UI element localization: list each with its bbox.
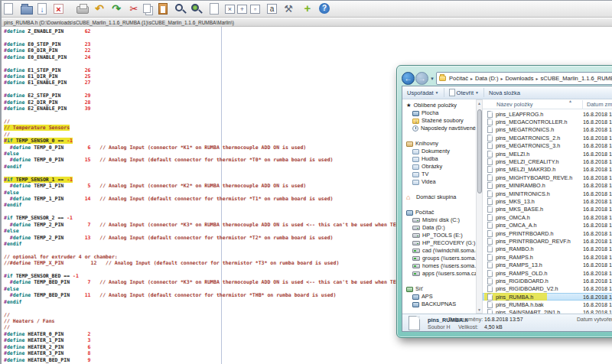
file-row[interactable]: pins_MINITRONICS.h16.8.2018 13:57	[483, 190, 612, 197]
breadcrumb-separator-icon[interactable]: ▸	[535, 76, 540, 81]
sidebar-scrollbar[interactable]: ▲ ▼	[476, 99, 483, 314]
explorer-window[interactable]: ← → ▼ Počítač▸Data (D:)▸Downloads▸sCUBE_…	[396, 65, 612, 338]
file-row[interactable]: pins_RAMPS_13.h16.8.2018 13:57	[483, 261, 612, 268]
open-file-icon[interactable]	[21, 6, 33, 15]
sidebar-item[interactable]: Síť	[402, 285, 476, 293]
print-icon[interactable]	[76, 6, 89, 14]
code-line: #define E1_DIR_PIN 25	[4, 73, 444, 80]
sidebar-item[interactable]: Knihovny	[402, 140, 476, 148]
sidebar-item[interactable]: APS	[402, 293, 476, 301]
breadcrumb[interactable]: Počítač▸Data (D:)▸Downloads▸sCUBE_Marlin…	[436, 72, 612, 85]
code-line: #define TEMP_2_PIN 13 // Analog Input (d…	[4, 235, 444, 241]
file-row[interactable]: pins_MKS_13.h16.8.2018 13:57	[483, 197, 612, 205]
font-settings-icon[interactable]: a	[267, 4, 277, 14]
sidebar-item[interactable]: Dokumenty	[402, 148, 476, 155]
sidebar-item[interactable]: Stažené soubory	[402, 117, 476, 125]
back-button[interactable]: ←	[402, 72, 415, 85]
organize-button[interactable]: Uspořádat ▼	[402, 89, 444, 96]
file-row[interactable]: pins_MEGACONTROLLER.h16.8.2018 13:57	[483, 118, 612, 125]
file-row[interactable]: pins_MELZI_CREALITY.h16.8.2018 13:57	[483, 158, 612, 165]
file-row[interactable]: pins_MEGATRONICS_3.h16.8.2018 13:57	[483, 142, 612, 150]
sidebar-item-label: HP_RECOVERY (G:)	[422, 239, 475, 247]
sidebar-item[interactable]: HP_TOOLS (E:)	[402, 232, 476, 239]
file-row[interactable]: pins_LEAPFROG.h16.8.2018 13:57	[483, 110, 612, 118]
file-name: pins_RUMBA.h	[496, 294, 533, 301]
breadcrumb-segment[interactable]: Data (D:)	[474, 75, 499, 82]
breadcrumb-segment[interactable]: Downloads	[504, 75, 534, 82]
file-row[interactable]: pins_MINIRAMBO.h16.8.2018 13:57	[483, 182, 612, 190]
file-row[interactable]: pins_MELZI_MAKR3D.h16.8.2018 13:57	[483, 166, 612, 174]
file-date: 16.8.2018 13:57	[583, 142, 612, 149]
desktop-icon	[412, 111, 419, 116]
close-window-icon[interactable]: ×	[225, 5, 235, 14]
sidebar-item[interactable]: Plocha	[402, 109, 476, 117]
breadcrumb-segment[interactable]: sCUBE_Marlin_1.1.6_RUMBA (1)	[540, 75, 612, 82]
file-row[interactable]: pins_RAMPS_OLD.h16.8.2018 13:57	[483, 269, 612, 277]
active-file-tab[interactable]: pins_RUMBA.h (D:\Downloads\sCUBE_Marlin_…	[4, 20, 234, 25]
sidebar-item[interactable]: Obrázky	[402, 163, 476, 171]
file-name: pins_SAINSMART_2IN1.h	[496, 309, 560, 314]
close-file-icon[interactable]: ×	[54, 4, 63, 14]
file-row[interactable]: pins_MIGHTYBOARD_REVE.h16.8.2018 13:57	[483, 174, 612, 181]
file-row[interactable]: pins_MEGATRONICS_2.h16.8.2018 13:57	[483, 134, 612, 141]
scroll-up-icon[interactable]: ▲	[477, 101, 482, 106]
help-icon[interactable]: ?	[319, 3, 330, 14]
sidebar-item[interactable]: Místní disk (C:)	[402, 216, 476, 224]
copy-icon[interactable]	[143, 4, 151, 13]
column-divider[interactable]	[582, 100, 583, 109]
sidebar-item[interactable]: ⌂Domácí skupina	[402, 193, 476, 201]
redo-icon[interactable]: ↷	[110, 3, 122, 15]
breadcrumb-separator-icon[interactable]: ▸	[469, 76, 474, 81]
column-name[interactable]: Název položky	[496, 101, 532, 108]
program-settings-icon[interactable]: ⚒	[282, 3, 295, 15]
column-modified[interactable]: Datum změny	[587, 101, 612, 108]
file-row[interactable]: pins_RUMBA.h.bak16.8.2018 13:57	[483, 301, 612, 308]
sidebar-item[interactable]: Naposledy navštívené	[402, 125, 476, 132]
file-row[interactable]: pins_MEGATRONICS.h16.8.2018 13:57	[483, 126, 612, 134]
file-row[interactable]: pins_RIGIDBOARD.h16.8.2018 13:57	[483, 277, 612, 284]
find-icon[interactable]	[175, 4, 183, 11]
new-window-icon[interactable]	[210, 3, 219, 15]
find-replace-icon[interactable]	[191, 4, 199, 11]
navigation-pane: ★Oblíbené položkyPlochaStažené souboryNa…	[402, 99, 476, 314]
file-row[interactable]: pins_MKS_BASE.h16.8.2018 13:57	[483, 206, 612, 213]
file-row[interactable]: pins_OMCA.h16.8.2018 13:57	[483, 213, 612, 221]
file-row[interactable]: pins_PRINTRBOARD.h16.8.2018 13:57	[483, 229, 612, 237]
breadcrumb-segment[interactable]: Počítač	[448, 75, 469, 82]
sidebar-item[interactable]: homes (\\users.soma.cz)	[402, 262, 476, 270]
paste-icon[interactable]	[158, 3, 168, 15]
sidebar-item[interactable]: Počítač	[402, 209, 476, 216]
file-row[interactable]: pins_RAMBO.h16.8.2018 13:57	[483, 245, 612, 253]
new-file-icon[interactable]	[4, 3, 13, 15]
sidebar-item[interactable]: BACKUPNAS	[402, 301, 476, 308]
add-favorite-icon[interactable]: +	[301, 3, 314, 15]
scrollbar-thumb[interactable]	[477, 109, 482, 193]
history-dropdown-icon[interactable]: ▼	[430, 76, 435, 81]
new-folder-button[interactable]: Nová složka	[484, 89, 525, 96]
scroll-down-icon[interactable]: ▼	[477, 307, 482, 312]
forward-button[interactable]: →	[415, 72, 428, 85]
cut-icon[interactable]: ✂	[128, 3, 140, 15]
file-row[interactable]: pins_RIGIDBOARD_V2.h16.8.2018 13:57	[483, 285, 612, 293]
open-button[interactable]: Otevřít ▼	[444, 89, 483, 96]
file-row[interactable]: pins_RAMPS.h16.8.2018 13:57	[483, 253, 612, 261]
undo-icon[interactable]: ↶	[93, 3, 106, 15]
file-icon	[487, 262, 493, 268]
file-row[interactable]: pins_PRINTRBOARD_REVF.h16.8.2018 13:57	[483, 237, 612, 245]
file-name: pins_MEGATRONICS.h	[496, 126, 554, 133]
sidebar-item[interactable]: TV	[402, 171, 476, 178]
sidebar-item[interactable]: HP_RECOVERY (G:)	[402, 239, 476, 247]
save-file-icon[interactable]: ↓	[37, 3, 47, 15]
tile-horizontal-icon[interactable]: +	[237, 5, 247, 14]
sidebar-item[interactable]: Hudba	[402, 155, 476, 163]
sidebar-item[interactable]: ★Oblíbené položky	[402, 102, 476, 109]
file-row[interactable]: pins_OMCA_A.h16.8.2018 13:57	[483, 221, 612, 229]
sidebar-item[interactable]: groups (\\users.soma.cz)	[402, 255, 476, 262]
sidebar-item[interactable]: Videa	[402, 178, 476, 186]
file-row[interactable]: pins_MELZI.h16.8.2018 13:57	[483, 150, 612, 158]
file-row[interactable]: pins_RUMBA.h16.8.2018 13:57	[483, 293, 612, 301]
sidebar-item[interactable]: apps (\\users.soma.cz) (Z	[402, 270, 476, 278]
sidebar-item[interactable]: cad (\\windchill.soma.cz)	[402, 247, 476, 255]
tile-vertical-icon[interactable]: ▫	[250, 5, 260, 14]
sidebar-item[interactable]: Data (D:)	[402, 224, 476, 232]
